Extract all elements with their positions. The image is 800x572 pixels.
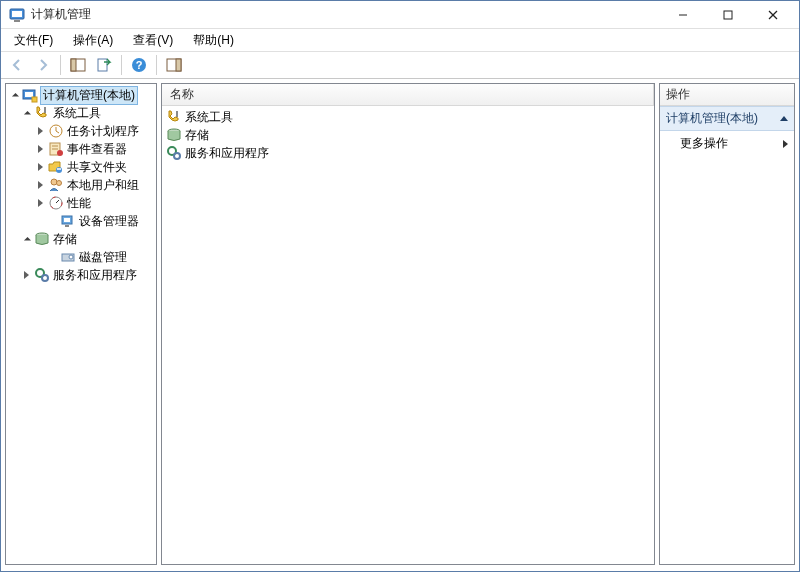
disk-mgmt-icon	[60, 249, 76, 265]
actions-group-label: 计算机管理(本地)	[666, 110, 758, 127]
maximize-icon	[723, 10, 733, 20]
local-users-icon	[48, 177, 64, 193]
tree-task-scheduler[interactable]: 任务计划程序	[6, 122, 156, 140]
toolbar-separator	[156, 55, 157, 75]
storage-icon	[166, 127, 182, 143]
tree-label: 设备管理器	[79, 213, 139, 230]
list-label: 存储	[185, 127, 209, 144]
svg-rect-38	[176, 111, 178, 117]
column-name[interactable]: 名称	[162, 84, 654, 105]
app-icon	[9, 7, 25, 23]
menu-action[interactable]: 操作(A)	[64, 30, 122, 51]
chevron-up-icon	[780, 116, 788, 121]
help-button[interactable]: ?	[127, 53, 151, 77]
action-pane-icon	[166, 57, 182, 73]
chevron-right-icon	[783, 140, 788, 148]
show-tree-icon	[70, 57, 86, 73]
result-pane: 名称 系统工具 存储 服务和应用程序	[161, 83, 655, 565]
action-pane-button[interactable]	[162, 53, 186, 77]
back-button[interactable]	[5, 53, 29, 77]
mmc-body: 计算机管理(本地) 系统工具 任务计划程序	[1, 79, 799, 569]
list-body: 系统工具 存储 服务和应用程序	[162, 106, 654, 164]
tree-spacer	[46, 251, 58, 263]
tree-toggle[interactable]	[34, 161, 46, 173]
svg-point-37	[42, 275, 48, 281]
svg-rect-13	[176, 59, 181, 71]
svg-rect-16	[32, 97, 37, 102]
menu-help[interactable]: 帮助(H)	[184, 30, 243, 51]
tree-label: 服务和应用程序	[53, 267, 137, 284]
tree-toggle[interactable]	[34, 143, 46, 155]
tree-root[interactable]: 计算机管理(本地)	[6, 86, 156, 104]
tree-shared-folders[interactable]: 共享文件夹	[6, 158, 156, 176]
forward-button[interactable]	[31, 53, 55, 77]
list-header: 名称	[162, 84, 654, 106]
tree-performance[interactable]: 性能	[6, 194, 156, 212]
menu-file[interactable]: 文件(F)	[5, 30, 62, 51]
tree-toggle[interactable]	[20, 233, 32, 245]
services-apps-icon	[166, 145, 182, 161]
svg-rect-32	[65, 225, 69, 227]
tree-toggle[interactable]	[34, 125, 46, 137]
tree-services-apps[interactable]: 服务和应用程序	[6, 266, 156, 284]
svg-point-23	[56, 167, 62, 173]
show-tree-button[interactable]	[66, 53, 90, 77]
actions-more-label: 更多操作	[680, 135, 728, 152]
tree-toggle[interactable]	[20, 107, 32, 119]
tree-toggle[interactable]	[34, 197, 46, 209]
tree-spacer	[46, 215, 58, 227]
svg-text:?: ?	[136, 59, 143, 71]
svg-rect-17	[44, 107, 46, 113]
arrow-left-icon	[9, 57, 25, 73]
tree-storage[interactable]: 存储	[6, 230, 156, 248]
svg-point-24	[57, 168, 59, 170]
performance-icon	[48, 195, 64, 211]
svg-rect-2	[14, 20, 20, 22]
storage-icon	[34, 231, 50, 247]
svg-rect-4	[724, 11, 732, 19]
actions-pane: 操作 计算机管理(本地) 更多操作	[659, 83, 795, 565]
export-button[interactable]	[92, 53, 116, 77]
actions-group-header[interactable]: 计算机管理(本地)	[660, 106, 794, 131]
maximize-button[interactable]	[705, 1, 750, 29]
tree-label: 磁盘管理	[79, 249, 127, 266]
tree-toggle[interactable]	[34, 179, 46, 191]
tree-label: 共享文件夹	[67, 159, 127, 176]
tree-device-manager[interactable]: 设备管理器	[6, 212, 156, 230]
tree-toggle[interactable]	[8, 89, 20, 101]
minimize-icon	[678, 10, 688, 20]
services-apps-icon	[34, 267, 50, 283]
toolbar-separator	[60, 55, 61, 75]
menubar: 文件(F) 操作(A) 查看(V) 帮助(H)	[1, 29, 799, 51]
svg-rect-15	[25, 92, 33, 97]
svg-point-26	[51, 179, 57, 185]
close-button[interactable]	[750, 1, 795, 29]
tree-local-users[interactable]: 本地用户和组	[6, 176, 156, 194]
tree-event-viewer[interactable]: 事件查看器	[6, 140, 156, 158]
tree-system-tools[interactable]: 系统工具	[6, 104, 156, 122]
list-label: 系统工具	[185, 109, 233, 126]
svg-rect-9	[98, 59, 107, 71]
computer-management-icon	[22, 87, 38, 103]
list-item-storage[interactable]: 存储	[162, 126, 654, 144]
tree-label: 存储	[53, 231, 77, 248]
tree-toggle[interactable]	[20, 269, 32, 281]
shared-folders-icon	[48, 159, 64, 175]
toolbar: ?	[1, 51, 799, 79]
actions-more[interactable]: 更多操作	[660, 131, 794, 156]
minimize-button[interactable]	[660, 1, 705, 29]
arrow-right-icon	[35, 57, 51, 73]
console-tree: 计算机管理(本地) 系统工具 任务计划程序	[6, 84, 156, 286]
help-icon: ?	[131, 57, 147, 73]
device-manager-icon	[60, 213, 76, 229]
list-item-services-apps[interactable]: 服务和应用程序	[162, 144, 654, 162]
tree-label: 事件查看器	[67, 141, 127, 158]
tree-disk-mgmt[interactable]: 磁盘管理	[6, 248, 156, 266]
menu-view[interactable]: 查看(V)	[124, 30, 182, 51]
close-icon	[768, 10, 778, 20]
event-viewer-icon	[48, 141, 64, 157]
list-item-system-tools[interactable]: 系统工具	[162, 108, 654, 126]
toolbar-separator	[121, 55, 122, 75]
tree-label: 任务计划程序	[67, 123, 139, 140]
actions-header: 操作	[660, 84, 794, 106]
